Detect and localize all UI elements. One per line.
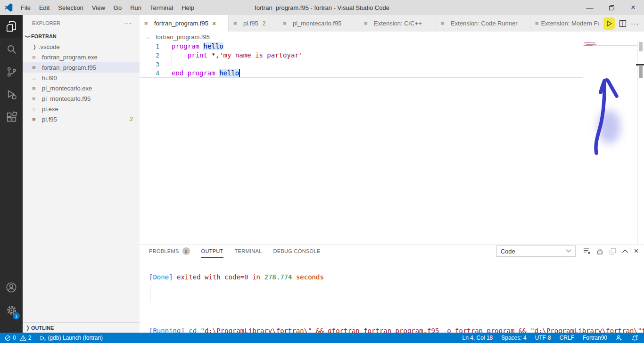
run-code-button[interactable]: [603, 17, 615, 30]
output-content[interactable]: [Done] exited with code=0 in 278.774 sec…: [140, 258, 644, 333]
panel-tab-terminal[interactable]: TERMINAL: [235, 245, 262, 258]
menu-selection[interactable]: Selection: [54, 0, 87, 15]
notifications-bell-icon[interactable]: [631, 335, 638, 342]
output-indent-guide: [150, 285, 150, 302]
feedback-icon[interactable]: [616, 335, 623, 341]
overview-cursor-mark: [636, 64, 644, 65]
vscode-window: File Edit Selection View Go Run Terminal…: [0, 0, 644, 343]
file-icon: ≡: [32, 85, 40, 92]
restore-button[interactable]: [601, 0, 622, 15]
tab-extension-code-runner[interactable]: ≡ Extension: Code Runner: [436, 15, 530, 32]
close-window-button[interactable]: ×: [622, 0, 644, 15]
search-icon[interactable]: [0, 38, 23, 60]
tab-extension-modern-fortran[interactable]: ≡ Extension: Modern For: [530, 15, 599, 32]
panel-tab-debug-console[interactable]: DEBUG CONSOLE: [273, 245, 321, 258]
tab-pi-montecarlo-f95[interactable]: ≡ pi_montecarlo.f95: [278, 15, 359, 32]
menu-view[interactable]: View: [88, 0, 109, 15]
indentation-status[interactable]: Spaces: 4: [501, 335, 526, 341]
folder-section-fortran[interactable]: ❭ FORTRAN: [23, 31, 140, 41]
file-icon: ≡: [32, 116, 40, 123]
text-cursor: [239, 69, 240, 77]
tab-fortran-program-f95[interactable]: ≡ fortran_program.f95 ×: [140, 15, 229, 32]
menu-run[interactable]: Run: [126, 0, 146, 15]
outline-section[interactable]: ❭ OUTLINE: [23, 322, 140, 333]
panel-tab-problems[interactable]: PROBLEMS 2: [149, 245, 190, 258]
sidebar-item-hi-f90[interactable]: ≡ hi.f90: [23, 73, 140, 83]
code-editor[interactable]: 1 program hello 2 print *,'my name is pa…: [140, 42, 644, 244]
sidebar-item-pi-exe[interactable]: ≡ pi.exe: [23, 104, 140, 114]
lock-icon[interactable]: [596, 248, 603, 255]
encoding-status[interactable]: UTF-8: [535, 335, 551, 341]
output-channel-select[interactable]: Code: [496, 245, 576, 257]
run-debug-icon[interactable]: [0, 83, 23, 106]
close-tab-icon[interactable]: ×: [212, 20, 216, 27]
breadcrumb[interactable]: ≡ fortran_program.f95: [140, 32, 644, 42]
output-line: [Running] cd "d:\ProgramLibrary\fortran\…: [140, 327, 644, 333]
sidebar-item-pi-f95[interactable]: ≡ pi.f95 2: [23, 114, 140, 124]
file-icon: ≡: [144, 20, 152, 27]
eol-status[interactable]: CRLF: [560, 335, 574, 341]
problems-status[interactable]: 0 2: [5, 335, 31, 341]
sidebar-item-fortran-program-f95[interactable]: ≡ fortran_program.f95: [23, 62, 140, 73]
scrollbar-slider[interactable]: [639, 42, 643, 51]
clear-output-icon[interactable]: [583, 248, 591, 254]
file-icon: ≡: [283, 20, 290, 27]
minimap-code-mark: [584, 45, 593, 46]
sidebar-item-pi-montecarlo-exe[interactable]: ≡ pi_montecarlo.exe: [23, 83, 140, 93]
settings-badge: 1: [13, 312, 20, 319]
sidebar-item-pi-montecarlo-f95[interactable]: ≡ pi_montecarlo.f95: [23, 93, 140, 104]
chevron-right-icon: ❭: [25, 325, 31, 331]
menu-terminal[interactable]: Terminal: [146, 0, 177, 15]
menu-file[interactable]: File: [17, 0, 35, 15]
output-line: [140, 300, 644, 309]
status-bar: 0 2 (gdb) Launch (fortran) Ln 4, Col 18 …: [0, 333, 644, 343]
split-editor-icon[interactable]: [619, 20, 627, 27]
file-icon: ≡: [32, 64, 40, 71]
editor-group: ≡ fortran_program.f95 × ≡ pi.f95 2 ≡ pi_…: [140, 15, 644, 333]
file-icon: ≡: [32, 106, 40, 113]
problems-badge: 2: [182, 247, 190, 255]
explorer-sidebar: EXPLORER ··· ❭ FORTRAN ❭ .vscode ≡ fortr…: [23, 15, 140, 333]
open-in-editor-icon[interactable]: [609, 248, 616, 255]
explorer-more-actions-icon[interactable]: ···: [124, 19, 132, 27]
menu-help[interactable]: Help: [177, 0, 198, 15]
menu-go[interactable]: Go: [109, 0, 126, 15]
maximize-panel-icon[interactable]: [622, 249, 628, 253]
menu-edit[interactable]: Edit: [35, 0, 54, 15]
warning-icon: [20, 335, 26, 341]
close-panel-icon[interactable]: ×: [634, 247, 638, 255]
panel-tab-output[interactable]: OUTPUT: [201, 245, 223, 258]
explorer-icon[interactable]: [0, 15, 23, 38]
debug-launch-status[interactable]: (gdb) Launch (fortran): [40, 335, 103, 341]
sidebar-item-fortran-program-exe[interactable]: ≡ fortran_program.exe: [23, 52, 140, 62]
line-number: 2: [140, 51, 159, 60]
minimize-button[interactable]: —: [579, 0, 601, 15]
cursor-position-status[interactable]: Ln 4, Col 18: [462, 335, 493, 341]
file-icon: ≡: [146, 33, 154, 41]
extensions-icon[interactable]: [0, 106, 23, 128]
minimap[interactable]: [583, 42, 637, 244]
minimap-code-mark: [586, 44, 596, 45]
minimap-code-mark: [584, 42, 591, 43]
sidebar-item-vscode-folder[interactable]: ❭ .vscode: [23, 41, 140, 52]
language-mode-status[interactable]: Fortran90: [583, 335, 607, 341]
explorer-title: EXPLORER: [32, 20, 60, 26]
line-number: 3: [140, 60, 159, 69]
editor-scrollbar[interactable]: [637, 42, 644, 244]
file-icon: ≡: [364, 20, 372, 27]
tab-extension-cpp[interactable]: ≡ Extension: C/C++: [359, 15, 436, 32]
more-actions-icon[interactable]: ···: [631, 19, 639, 27]
file-icon: ≡: [535, 20, 539, 27]
chevron-down-icon: [566, 249, 571, 253]
chevron-down-icon: ❭: [25, 33, 31, 40]
source-control-icon[interactable]: [0, 60, 23, 83]
settings-gear-icon[interactable]: 1: [0, 299, 23, 321]
line-number: 4: [140, 69, 159, 78]
breadcrumb-file: fortran_program.f95: [156, 33, 210, 41]
file-icon: ≡: [32, 95, 40, 102]
file-icon: ≡: [32, 54, 40, 61]
editor-actions: ···: [599, 15, 644, 32]
file-icon: ≡: [441, 20, 448, 27]
accounts-icon[interactable]: [0, 276, 23, 299]
tab-pi-f95[interactable]: ≡ pi.f95 2: [229, 15, 278, 32]
